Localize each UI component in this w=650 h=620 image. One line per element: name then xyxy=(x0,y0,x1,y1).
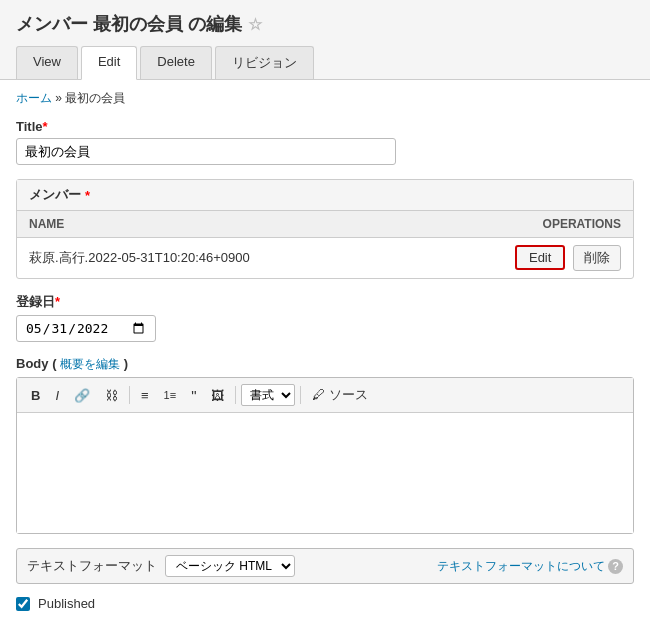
toolbar-separator-2 xyxy=(235,386,236,404)
help-icon: ? xyxy=(608,559,623,574)
page-title: メンバー 最初の会員 の編集 ☆ xyxy=(16,12,634,36)
title-label: Title* xyxy=(16,119,634,134)
toolbar-link[interactable]: 🔗 xyxy=(68,385,96,406)
toolbar-separator-1 xyxy=(129,386,130,404)
toolbar-style-select[interactable]: 書式 xyxy=(241,384,295,406)
tab-revision[interactable]: リビジョン xyxy=(215,46,314,79)
toolbar-italic[interactable]: I xyxy=(49,385,65,406)
toolbar-ul[interactable]: ≡ xyxy=(135,385,155,406)
member-table-header-row: NAME OPERATIONS xyxy=(17,211,633,238)
table-row: 萩原.高行.2022-05-31T10:20:46+0900 Edit 削除 xyxy=(17,238,633,279)
body-label: Body ( 概要を編集 ) xyxy=(16,356,634,373)
title-field-group: Title* xyxy=(16,119,634,165)
edit-summary-link[interactable]: 概要を編集 xyxy=(60,357,120,371)
toolbar-image[interactable]: 🖼 xyxy=(205,385,230,406)
published-label: Published xyxy=(38,596,95,611)
published-checkbox[interactable] xyxy=(16,597,30,611)
col-name: NAME xyxy=(17,211,419,238)
toolbar-bold[interactable]: B xyxy=(25,385,46,406)
published-row: Published xyxy=(16,596,634,611)
toolbar-ol[interactable]: 1≡ xyxy=(158,386,183,404)
body-editor-content[interactable] xyxy=(17,413,633,533)
registration-date-label: 登録日* xyxy=(16,293,634,311)
tab-bar: View Edit Delete リビジョン xyxy=(16,46,634,79)
edit-member-button[interactable]: Edit xyxy=(515,245,565,270)
tab-view[interactable]: View xyxy=(16,46,78,79)
text-format-bar: テキストフォーマット ベーシック HTML テキストフォーマットについて ? xyxy=(16,548,634,584)
star-icon[interactable]: ☆ xyxy=(248,15,262,34)
member-section-header: メンバー* xyxy=(17,180,633,211)
title-input[interactable] xyxy=(16,138,396,165)
col-operations: OPERATIONS xyxy=(419,211,633,238)
text-format-left: テキストフォーマット ベーシック HTML xyxy=(27,555,295,577)
member-section: メンバー* NAME OPERATIONS 萩原.高行.2022-05-31T1… xyxy=(16,179,634,279)
text-format-label: テキストフォーマット xyxy=(27,557,157,575)
delete-member-button[interactable]: 削除 xyxy=(573,245,621,271)
body-editor: B I 🔗 ⛓ ≡ 1≡ " 🖼 書式 🖊 ソース xyxy=(16,377,634,534)
source-icon: 🖊 xyxy=(312,387,325,402)
member-operations: Edit 削除 xyxy=(419,238,633,279)
member-table: NAME OPERATIONS 萩原.高行.2022-05-31T10:20:4… xyxy=(17,211,633,278)
text-format-select[interactable]: ベーシック HTML xyxy=(165,555,295,577)
body-field-group: Body ( 概要を編集 ) B I 🔗 ⛓ ≡ 1≡ " 🖼 書式 xyxy=(16,356,634,534)
registration-date-field-group: 登録日* xyxy=(16,293,634,342)
text-format-help-link[interactable]: テキストフォーマットについて ? xyxy=(437,558,623,575)
editor-toolbar: B I 🔗 ⛓ ≡ 1≡ " 🖼 書式 🖊 ソース xyxy=(17,378,633,413)
tab-delete[interactable]: Delete xyxy=(140,46,212,79)
toolbar-blockquote[interactable]: " xyxy=(185,384,202,407)
toolbar-unlink[interactable]: ⛓ xyxy=(99,385,124,406)
member-name: 萩原.高行.2022-05-31T10:20:46+0900 xyxy=(17,238,419,279)
tab-edit[interactable]: Edit xyxy=(81,46,137,80)
breadcrumb-current: 最初の会員 xyxy=(65,91,125,105)
toolbar-separator-3 xyxy=(300,386,301,404)
breadcrumb-separator: » xyxy=(55,91,65,105)
main-content: ホーム » 最初の会員 Title* メンバー* NAME OPERATIONS… xyxy=(0,80,650,620)
registration-date-input[interactable] xyxy=(16,315,156,342)
page-header: メンバー 最初の会員 の編集 ☆ View Edit Delete リビジョン xyxy=(0,0,650,80)
breadcrumb: ホーム » 最初の会員 xyxy=(16,90,634,107)
toolbar-source[interactable]: 🖊 ソース xyxy=(306,383,374,407)
breadcrumb-home[interactable]: ホーム xyxy=(16,91,52,105)
page-title-text: メンバー 最初の会員 の編集 xyxy=(16,12,242,36)
